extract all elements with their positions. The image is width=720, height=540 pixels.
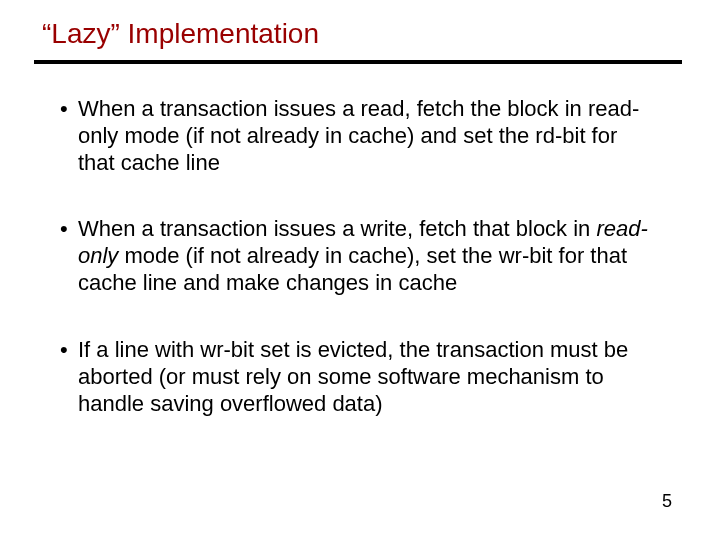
bullet-item: When a transaction issues a read, fetch …: [60, 96, 650, 176]
bullet-item: When a transaction issues a write, fetch…: [60, 216, 650, 296]
bullet-text-post: mode (if not already in cache), set the …: [78, 243, 627, 295]
slide: “Lazy” Implementation When a transaction…: [0, 0, 720, 540]
bullet-text: When a transaction issues a read, fetch …: [78, 96, 639, 175]
page-number: 5: [662, 491, 672, 512]
title-divider: [34, 60, 682, 64]
bullet-item: If a line with wr-bit set is evicted, th…: [60, 337, 650, 417]
bullet-text-pre: When a transaction issues a write, fetch…: [78, 216, 596, 241]
slide-title: “Lazy” Implementation: [42, 18, 319, 50]
bullet-text: If a line with wr-bit set is evicted, th…: [78, 337, 628, 416]
slide-body: When a transaction issues a read, fetch …: [60, 96, 650, 457]
